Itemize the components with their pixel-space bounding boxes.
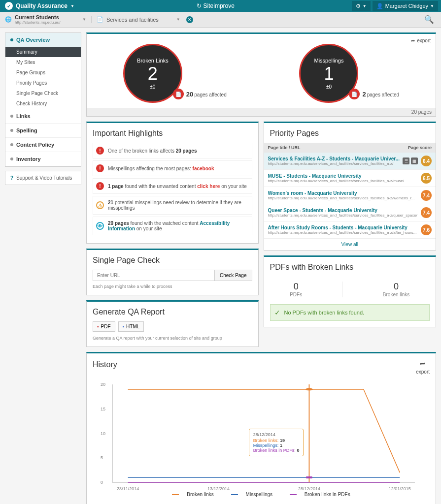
panel-title: PDFs with Broken Links (270, 263, 430, 272)
pages-affected: 20pages affected (186, 91, 227, 103)
nav-section-links[interactable]: Links (5, 109, 81, 123)
search-icon[interactable]: 🔍 (422, 13, 436, 26)
panel-title: Important Highlights (93, 129, 252, 138)
single-page-check-panel: Single Page Check Check Page Each page m… (86, 249, 259, 295)
panel-title: Single Page Check (93, 256, 252, 265)
alert-icon: 👁 (96, 222, 104, 230)
broken-links-circle[interactable]: Broken Links 2 ±0 📄 (123, 44, 182, 103)
nav-section-inventory[interactable]: Inventory (5, 152, 81, 166)
score-badge: 6.4 (421, 156, 432, 166)
priority-page-row[interactable]: MUSE - Students - Macquarie Universityht… (264, 170, 436, 187)
url-input[interactable] (93, 270, 215, 281)
nav-section-content-policy[interactable]: Content Policy (5, 138, 81, 152)
page-icon: 📄 (173, 89, 184, 99)
history-chart[interactable]: 28/12/2014 Broken links: 19 Misspellings… (112, 384, 415, 483)
nav-item-check-history[interactable]: Check History (5, 98, 81, 109)
col-title: Page title / URL (268, 145, 301, 150)
chevron-down-icon: ▼ (430, 4, 434, 8)
priority-page-row[interactable]: Women's room - Macquarie Universityhttp:… (264, 187, 436, 204)
export-label: export (416, 369, 430, 375)
circle-label: Misspellings (314, 58, 343, 63)
user-menu[interactable]: 👤 Margaret Chidgey ▼ (373, 1, 438, 11)
export-button[interactable]: ➦ export (411, 38, 431, 43)
highlight-row[interactable]: 👁20 pages found with the watched content… (93, 217, 252, 235)
highlight-row[interactable]: !Misspellings affecting the most pages: … (93, 160, 252, 176)
settings-button[interactable]: ⚙▼ (352, 1, 371, 11)
pdf-button[interactable]: ▪PDF (93, 321, 115, 332)
highlight-row[interactable]: ⚠21 potential misspellings need review t… (93, 196, 252, 215)
check-icon: ✓ (274, 309, 280, 316)
chevron-down-icon: ▼ (176, 17, 180, 22)
misspellings-circle[interactable]: Misspellings 1 ±0 📄 (299, 44, 358, 103)
pdf-ok-message: ✓ No PDFs with broken links found. (270, 304, 430, 321)
globe-icon: 🌐 (5, 16, 12, 23)
sidebar: QA OverviewSummaryMy SitesPage GroupsPri… (5, 32, 81, 185)
spc-note: Each page might take a while to process (93, 284, 252, 289)
nav-item-my-sites[interactable]: My Sites (5, 57, 81, 67)
app-title: Quality Assurance (16, 2, 68, 9)
page-icon: 📄 (349, 89, 360, 99)
nav-item-priority-pages[interactable]: Priority Pages (5, 78, 81, 88)
bullet-icon (10, 129, 13, 132)
broken-links-count: 0 Broken links (383, 282, 409, 297)
user-name: Margaret Chidgey (385, 3, 428, 9)
export-label: export (417, 38, 431, 43)
user-icon: 👤 (376, 3, 383, 9)
nav-section-qa-overview[interactable]: QA Overview (5, 33, 81, 47)
nav-item-single-page-check[interactable]: Single Page Check (5, 88, 81, 98)
export-icon: ➦ (420, 359, 426, 367)
chart-tooltip: 28/12/2014 Broken links: 19 Misspellings… (249, 429, 304, 456)
group-selector[interactable]: 📄 Services and facilities ▼ ✕ (91, 16, 193, 23)
score-badge: 7.4 (421, 207, 432, 218)
gear-icon: ⚙ (356, 3, 361, 9)
help-icon: ? (10, 175, 13, 181)
check-page-button[interactable]: Check Page (215, 270, 252, 281)
pdfs-panel: PDFs with Broken Links 0 PDFs 0 Broken l… (264, 255, 437, 327)
group-label: Services and facilities (106, 17, 159, 23)
site-selector[interactable]: 🌐 Current Students http://students.mq.ed… (5, 14, 86, 25)
site-url: http://students.mq.edu.au/ (15, 20, 79, 25)
priority-pages-panel: Priority Pages Page title / URL Page sco… (264, 122, 437, 251)
priority-page-row[interactable]: Queer Space - Students - Macquarie Unive… (264, 204, 436, 221)
chart-legend: Broken links Misspellings Broken links i… (93, 488, 430, 501)
chevron-down-icon[interactable]: ▼ (70, 4, 74, 8)
table-header: Page title / URL Page score (264, 143, 436, 153)
priority-page-row[interactable]: Services & Facilities A-Z - Students - M… (264, 153, 436, 170)
export-button[interactable]: ➦ export (416, 359, 430, 375)
pdf-icon: ▪ (97, 324, 99, 329)
score-badge: 7.4 (421, 190, 432, 201)
alert-icon: ⚠ (96, 201, 104, 209)
score-badge: 6.5 (421, 173, 432, 184)
panel-title: History (93, 360, 117, 369)
html-button[interactable]: ▪HTML (118, 321, 144, 332)
filter-bar: 🌐 Current Students http://students.mq.ed… (0, 12, 441, 28)
panel-title: Generate QA Report (93, 308, 252, 316)
export-icon: ➦ (411, 38, 415, 43)
history-panel: History ➦ export 28/12/2014 Broken links… (86, 352, 436, 504)
priority-page-row[interactable]: After Hours Study Rooms - Students - Mac… (264, 221, 436, 239)
clear-group-button[interactable]: ✕ (186, 16, 193, 23)
list-icon[interactable]: ☰ (403, 158, 409, 164)
svg-point-1 (305, 388, 313, 391)
circle-value: 2 (148, 63, 158, 84)
highlights-panel: Important Highlights !One of the broken … (86, 122, 259, 244)
circle-label: Broken Links (137, 58, 169, 63)
view-all-link[interactable]: View all (264, 239, 436, 250)
nav-item-page-groups[interactable]: Page Groups (5, 67, 81, 78)
nav-section-spelling[interactable]: Spelling (5, 124, 81, 137)
folder-icon: 📄 (97, 16, 103, 23)
refresh-icon: ↻ (197, 2, 202, 9)
total-pages: 20 pages (87, 108, 436, 116)
topbar: ✓ Quality Assurance ▼ ↻ Siteimprove ⚙▼ 👤… (0, 0, 441, 12)
bullet-icon (10, 115, 13, 118)
nav-item-summary[interactable]: Summary (5, 47, 81, 57)
alert-icon: ! (96, 147, 104, 155)
highlight-row[interactable]: !One of the broken links affects 20 page… (93, 143, 252, 158)
pages-affected: 2pages affected (362, 91, 399, 103)
grid-icon[interactable]: ▦ (411, 158, 418, 164)
highlight-row[interactable]: !1 page found with the unwanted content … (93, 178, 252, 194)
bullet-icon (10, 38, 13, 41)
report-note: Generate a QA report with your current s… (93, 336, 252, 341)
html-icon: ▪ (123, 324, 125, 329)
support-link[interactable]: ? Support & Video Tutorials (5, 171, 81, 185)
